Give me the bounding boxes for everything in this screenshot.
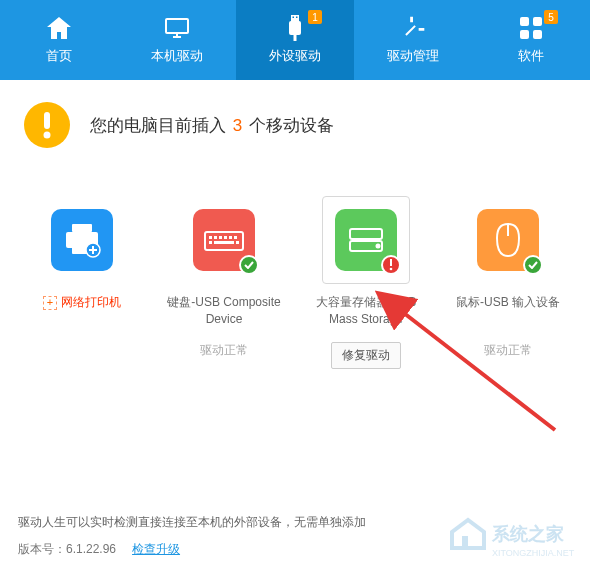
svg-rect-26 [234,236,237,239]
nav-label: 外设驱动 [269,47,321,65]
nav-driver-manage[interactable]: 驱动管理 [354,0,472,80]
mouse-tile [477,209,539,271]
svg-rect-29 [236,241,239,244]
svg-rect-0 [166,19,188,33]
svg-rect-25 [229,236,232,239]
svg-rect-30 [350,229,382,239]
svg-rect-10 [520,30,529,39]
svg-rect-6 [289,21,301,35]
keyboard-icon [203,226,245,254]
svg-rect-33 [390,259,392,266]
device-status: 驱动正常 [200,342,248,359]
apps-icon [520,15,542,41]
svg-rect-21 [209,236,212,239]
check-update-link[interactable]: 检查升级 [132,541,180,558]
nav-label: 驱动管理 [387,47,439,65]
alert-prefix: 您的电脑目前插入 [90,116,226,135]
device-name: 键盘-USB Composite Device [164,294,284,328]
alert-banner: 您的电脑目前插入 3 个移动设备 [0,80,590,166]
device-name: 鼠标-USB 输入设备 [456,294,560,328]
nav-software[interactable]: 5 软件 [472,0,590,80]
svg-rect-22 [214,236,217,239]
svg-point-34 [390,268,393,271]
version: 版本号：6.1.22.96 [18,541,116,558]
svg-point-13 [44,132,51,139]
keyboard-tile [193,209,255,271]
svg-rect-9 [533,17,542,26]
svg-point-32 [377,245,380,248]
svg-text:系统之家: 系统之家 [491,524,564,544]
device-status: 驱动正常 [484,342,532,359]
check-icon [239,255,259,275]
top-nav: 首页 本机驱动 1 外设驱动 驱动管理 5 软件 [0,0,590,80]
svg-rect-3 [291,15,299,21]
printer-tile[interactable] [51,209,113,271]
nav-label: 首页 [46,47,72,65]
check-icon [523,255,543,275]
badge: 5 [544,10,558,24]
add-printer[interactable]: + 网络打印机 [22,196,142,369]
nav-label: 软件 [518,47,544,65]
svg-rect-28 [214,241,234,244]
alert-suffix: 个移动设备 [249,116,334,135]
device-storage[interactable]: 大容量存储器-USB Mass Storage 修复驱动 [306,196,426,369]
nav-label: 本机驱动 [151,47,203,65]
svg-rect-7 [294,35,297,41]
device-mouse[interactable]: 鼠标-USB 输入设备 驱动正常 [448,196,568,369]
tools-icon [401,15,425,41]
error-icon [381,255,401,275]
svg-rect-24 [224,236,227,239]
svg-rect-37 [462,536,468,548]
nav-peripheral-driver[interactable]: 1 外设驱动 [236,0,354,80]
svg-rect-12 [44,112,50,129]
warning-icon [24,102,70,148]
storage-icon [346,225,386,255]
printer-icon [62,222,102,258]
add-printer-label: + 网络打印机 [43,294,121,328]
badge: 1 [308,10,322,24]
svg-rect-5 [296,17,298,19]
home-icon [47,15,71,41]
svg-rect-8 [520,17,529,26]
device-grid: + 网络打印机 键盘-USB Composite Device 驱动正常 [0,166,590,369]
svg-rect-14 [72,224,92,232]
svg-rect-27 [209,241,212,244]
svg-rect-4 [293,17,295,19]
device-keyboard[interactable]: 键盘-USB Composite Device 驱动正常 [164,196,284,369]
svg-text:XITONGZHIJIA.NET: XITONGZHIJIA.NET [492,548,575,558]
monitor-icon [164,15,190,41]
repair-button[interactable]: 修复驱动 [331,342,401,369]
nav-home[interactable]: 首页 [0,0,118,80]
alert-text: 您的电脑目前插入 3 个移动设备 [90,114,334,137]
nav-local-driver[interactable]: 本机驱动 [118,0,236,80]
usb-icon [286,15,304,41]
svg-rect-11 [533,30,542,39]
plus-icon: + [43,296,57,310]
storage-tile [335,209,397,271]
mouse-icon [493,220,523,260]
svg-rect-23 [219,236,222,239]
alert-count: 3 [233,116,242,135]
device-name: 大容量存储器-USB Mass Storage [306,294,426,328]
watermark: 系统之家 XITONGZHIJIA.NET [430,498,590,572]
